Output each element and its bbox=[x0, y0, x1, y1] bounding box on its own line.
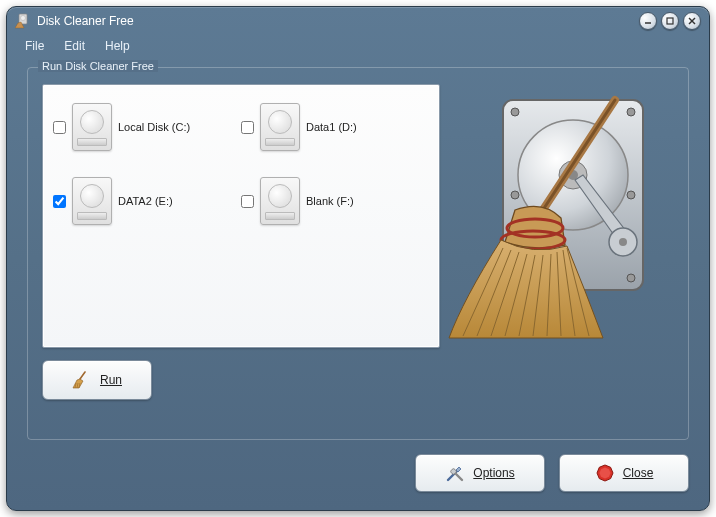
drive-checkbox-d[interactable] bbox=[241, 121, 254, 134]
app-window: Disk Cleaner Free File Edit Help Run Dis… bbox=[6, 6, 710, 511]
close-button-action[interactable]: Close bbox=[559, 454, 689, 492]
hdd-icon bbox=[72, 103, 112, 151]
group-box: Run Disk Cleaner Free Local Disk (C:) Da… bbox=[27, 67, 689, 440]
svg-point-14 bbox=[627, 274, 635, 282]
drive-item: Local Disk (C:) bbox=[53, 97, 241, 157]
hdd-icon bbox=[260, 103, 300, 151]
svg-point-16 bbox=[627, 191, 635, 199]
svg-point-21 bbox=[619, 238, 627, 246]
menu-edit[interactable]: Edit bbox=[54, 37, 95, 55]
app-icon bbox=[15, 13, 31, 29]
hdd-icon bbox=[72, 177, 112, 225]
drive-item: Blank (F:) bbox=[241, 171, 429, 231]
drive-checkbox-c[interactable] bbox=[53, 121, 66, 134]
close-button-label: Close bbox=[623, 466, 654, 480]
svg-point-11 bbox=[511, 108, 519, 116]
menu-help[interactable]: Help bbox=[95, 37, 140, 55]
run-button[interactable]: Run bbox=[42, 360, 152, 400]
svg-marker-40 bbox=[599, 468, 610, 479]
menubar: File Edit Help bbox=[7, 35, 709, 57]
svg-line-6 bbox=[80, 372, 85, 379]
drive-label: Data1 (D:) bbox=[306, 121, 357, 133]
drives-panel: Local Disk (C:) Data1 (D:) DATA2 (E:) bbox=[42, 84, 440, 348]
drive-label: Local Disk (C:) bbox=[118, 121, 190, 133]
hdd-icon bbox=[260, 177, 300, 225]
options-icon bbox=[445, 463, 465, 483]
maximize-button[interactable] bbox=[661, 12, 679, 30]
drive-checkbox-f[interactable] bbox=[241, 195, 254, 208]
svg-rect-3 bbox=[667, 18, 673, 24]
drive-label: Blank (F:) bbox=[306, 195, 354, 207]
drive-checkbox-e[interactable] bbox=[53, 195, 66, 208]
run-button-label: Run bbox=[100, 373, 122, 387]
drive-label: DATA2 (E:) bbox=[118, 195, 173, 207]
window-controls bbox=[639, 12, 701, 30]
minimize-button[interactable] bbox=[639, 12, 657, 30]
options-button-label: Options bbox=[473, 466, 514, 480]
broom-icon bbox=[72, 371, 90, 389]
hero-disk-broom-icon bbox=[443, 80, 668, 350]
close-button[interactable] bbox=[683, 12, 701, 30]
menu-file[interactable]: File bbox=[15, 37, 54, 55]
titlebar: Disk Cleaner Free bbox=[7, 7, 709, 35]
svg-point-12 bbox=[627, 108, 635, 116]
close-icon bbox=[595, 463, 615, 483]
svg-point-15 bbox=[511, 191, 519, 199]
svg-point-1 bbox=[21, 16, 26, 21]
window-title: Disk Cleaner Free bbox=[37, 14, 639, 28]
drive-item: Data1 (D:) bbox=[241, 97, 429, 157]
options-button[interactable]: Options bbox=[415, 454, 545, 492]
group-label: Run Disk Cleaner Free bbox=[38, 60, 158, 72]
drive-item: DATA2 (E:) bbox=[53, 171, 241, 231]
bottom-buttons: Options Close bbox=[415, 454, 689, 492]
